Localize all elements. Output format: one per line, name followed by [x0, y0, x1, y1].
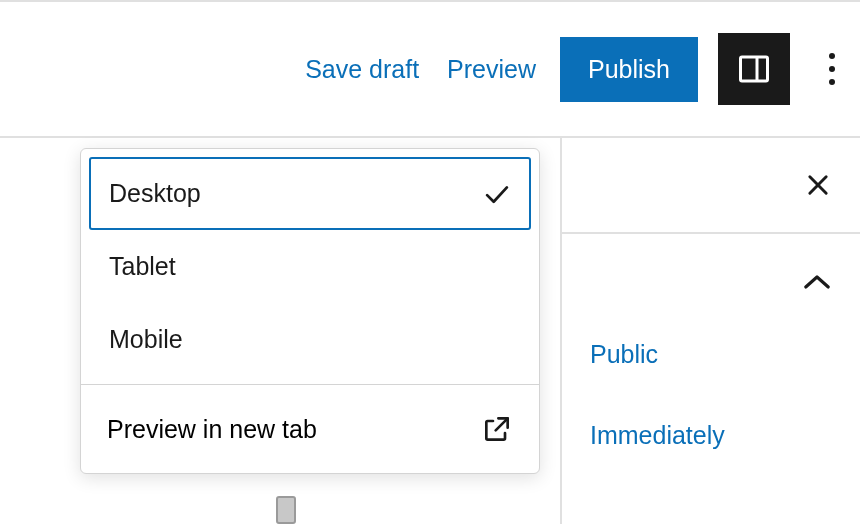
- preview-dropdown: Desktop Tablet Mobile Preview in new tab: [80, 148, 540, 474]
- save-draft-button[interactable]: Save draft: [301, 47, 423, 92]
- menu-item-label: Desktop: [109, 179, 201, 208]
- sidebar-icon: [736, 51, 772, 87]
- preview-in-new-tab[interactable]: Preview in new tab: [81, 385, 539, 473]
- sidebar-panel-toggle-row[interactable]: [562, 234, 860, 330]
- publish-time-value[interactable]: Immediately: [590, 421, 832, 450]
- menu-item-label: Tablet: [109, 252, 176, 281]
- visibility-value[interactable]: Public: [590, 340, 832, 369]
- close-sidebar-button[interactable]: [804, 171, 832, 199]
- preview-option-mobile[interactable]: Mobile: [89, 303, 531, 376]
- sidebar-panel-values: Public Immediately: [562, 330, 860, 450]
- chevron-up-icon: [802, 272, 832, 292]
- svg-point-4: [829, 79, 835, 85]
- preview-button[interactable]: Preview: [443, 47, 540, 92]
- sidebar-header-row: [562, 138, 860, 234]
- more-vertical-icon: [828, 52, 836, 86]
- menu-item-label: Preview in new tab: [107, 415, 317, 444]
- check-icon: [483, 183, 511, 205]
- svg-rect-0: [741, 57, 768, 81]
- publish-button[interactable]: Publish: [560, 37, 698, 102]
- svg-line-7: [496, 418, 508, 430]
- editor-top-toolbar: Save draft Preview Publish: [0, 0, 860, 138]
- svg-point-2: [829, 53, 835, 59]
- settings-sidebar: Public Immediately: [560, 138, 860, 524]
- preview-option-desktop[interactable]: Desktop: [89, 157, 531, 230]
- scrollbar-thumb[interactable]: [276, 496, 296, 524]
- external-link-icon: [481, 413, 513, 445]
- settings-sidebar-toggle[interactable]: [718, 33, 790, 105]
- more-options-button[interactable]: [816, 39, 848, 99]
- menu-item-label: Mobile: [109, 325, 183, 354]
- svg-point-3: [829, 66, 835, 72]
- preview-option-tablet[interactable]: Tablet: [89, 230, 531, 303]
